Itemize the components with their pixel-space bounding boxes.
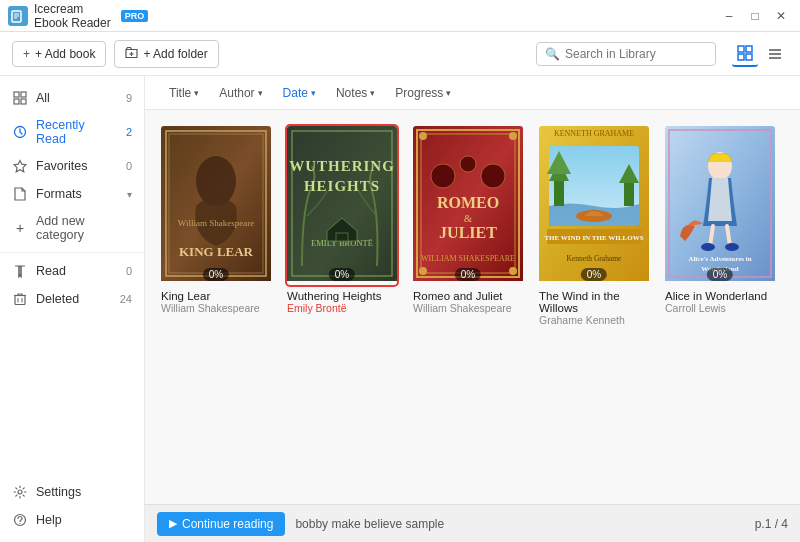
svg-text:KING LEAR: KING LEAR [179, 244, 254, 259]
sidebar-item-read[interactable]: Read 0 [0, 257, 144, 285]
book-progress-wind: 0% [581, 268, 607, 281]
grid-view-button[interactable] [732, 41, 758, 67]
book-progress-romeo: 0% [455, 268, 481, 281]
sidebar-read-label: Read [36, 264, 118, 278]
maximize-button[interactable]: □ [744, 5, 766, 27]
svg-text:KENNETH GRAHAME: KENNETH GRAHAME [554, 129, 634, 138]
page-info: p.1 / 4 [755, 517, 788, 531]
sidebar-item-settings[interactable]: Settings [0, 478, 144, 506]
sidebar-item-deleted[interactable]: Deleted 24 [0, 285, 144, 313]
sort-author-label: Author [219, 86, 254, 100]
continue-reading-button[interactable]: ▶ Continue reading [157, 512, 285, 536]
sidebar-item-all[interactable]: All 9 [0, 84, 144, 112]
book-grid: William Shakespeare KING LEAR 0% King Le… [145, 110, 800, 504]
book-progress-wuthering: 0% [329, 268, 355, 281]
sidebar-settings-label: Settings [36, 485, 132, 499]
add-folder-label: + Add folder [143, 47, 207, 61]
sidebar-divider [0, 252, 144, 253]
sort-notes-arrow: ▾ [370, 88, 375, 98]
svg-text:&: & [464, 212, 473, 224]
sort-progress[interactable]: Progress ▾ [387, 82, 459, 104]
sidebar-recently-read-label: Recently Read [36, 118, 118, 146]
list-view-button[interactable] [762, 41, 788, 67]
sort-title[interactable]: Title ▾ [161, 82, 207, 104]
svg-text:Alice's Adventures in: Alice's Adventures in [688, 255, 751, 263]
sidebar-deleted-count: 24 [120, 293, 132, 305]
sidebar-item-recently-read[interactable]: Recently Read 2 [0, 112, 144, 152]
book-title-alice: Alice in Wonderland [665, 290, 775, 302]
svg-rect-8 [738, 54, 744, 60]
svg-text:WILLIAM SHAKESPEARE: WILLIAM SHAKESPEARE [421, 254, 515, 263]
book-cover-wrap-king-lear: William Shakespeare KING LEAR 0% [161, 126, 271, 285]
add-book-button[interactable]: + + Add book [12, 41, 106, 67]
sort-title-arrow: ▾ [194, 88, 199, 98]
svg-rect-14 [21, 92, 26, 97]
sidebar-all-count: 9 [126, 92, 132, 104]
book-cover-wrap-romeo: ROMEO & JULIET WILLIAM SHAKESPEARE 0% [413, 126, 523, 285]
reading-title: bobby make believe sample [295, 517, 744, 531]
sidebar-item-help[interactable]: Help [0, 506, 144, 534]
book-author-wuthering: Emily Brontë [287, 302, 397, 314]
sort-date[interactable]: Date ▾ [275, 82, 324, 104]
sidebar-item-add-category[interactable]: + Add new category [0, 208, 144, 248]
book-author-alice: Carroll Lewis [665, 302, 775, 314]
book-author-wind: Grahame Kenneth [539, 314, 649, 326]
titlebar: Icecream Ebook Reader PRO – □ ✕ [0, 0, 800, 32]
grid-icon [12, 90, 28, 106]
svg-text:Kenneth Grahame: Kenneth Grahame [567, 254, 622, 263]
minimize-button[interactable]: – [718, 5, 740, 27]
book-card-romeo-juliet[interactable]: ROMEO & JULIET WILLIAM SHAKESPEARE 0% Ro… [413, 126, 523, 326]
svg-point-45 [431, 164, 455, 188]
sort-author[interactable]: Author ▾ [211, 82, 270, 104]
book-card-king-lear[interactable]: William Shakespeare KING LEAR 0% King Le… [161, 126, 271, 326]
svg-point-42 [509, 132, 517, 140]
book-card-wind-willows[interactable]: THE WIND IN THE WILLOWS Kenneth Grahame … [539, 126, 649, 326]
sort-progress-arrow: ▾ [446, 88, 451, 98]
svg-point-41 [419, 132, 427, 140]
add-folder-icon [125, 46, 138, 62]
svg-text:THE WIND IN THE WILLOWS: THE WIND IN THE WILLOWS [544, 234, 643, 242]
window-controls[interactable]: – □ ✕ [718, 5, 792, 27]
sidebar-item-formats[interactable]: Formats ▾ [0, 180, 144, 208]
search-box[interactable]: 🔍 [536, 42, 716, 66]
sidebar-item-favorites[interactable]: Favorites 0 [0, 152, 144, 180]
sidebar-formats-label: Formats [36, 187, 119, 201]
help-icon [12, 512, 28, 528]
trash-icon [12, 291, 28, 307]
book-card-alice[interactable]: Alice's Adventures in Wonderland 0% Alic… [665, 126, 775, 326]
svg-marker-18 [14, 161, 26, 172]
sidebar-deleted-label: Deleted [36, 292, 112, 306]
add-book-label: + Add book [35, 47, 95, 61]
book-icon [12, 263, 28, 279]
book-card-wuthering-heights[interactable]: WUTHERING HEIGHTS EMILY BRONTË 0% Wuther… [287, 126, 397, 326]
sidebar-recently-read-count: 2 [126, 126, 132, 138]
bottom-bar: ▶ Continue reading bobby make believe sa… [145, 504, 800, 542]
svg-text:William Shakespeare: William Shakespeare [178, 218, 254, 228]
book-progress-king-lear: 0% [203, 268, 229, 281]
app-icon [8, 6, 28, 26]
add-folder-button[interactable]: + Add folder [114, 40, 218, 68]
book-cover-wrap-wuthering: WUTHERING HEIGHTS EMILY BRONTË 0% [287, 126, 397, 285]
search-input[interactable] [565, 47, 707, 61]
sort-bar: Title ▾ Author ▾ Date ▾ Notes ▾ Progress… [145, 76, 800, 110]
svg-rect-32 [287, 126, 397, 281]
sidebar-help-label: Help [36, 513, 132, 527]
book-title-wuthering: Wuthering Heights [287, 290, 397, 302]
svg-point-43 [419, 267, 427, 275]
svg-text:HEIGHTS: HEIGHTS [304, 178, 380, 194]
search-icon: 🔍 [545, 47, 560, 61]
book-title-romeo: Romeo and Juliet [413, 290, 523, 302]
book-cover-wrap-alice: Alice's Adventures in Wonderland 0% [665, 126, 775, 285]
svg-text:ROMEO: ROMEO [437, 194, 499, 211]
sort-notes[interactable]: Notes ▾ [328, 82, 383, 104]
sort-title-label: Title [169, 86, 191, 100]
book-author-king-lear: William Shakespeare [161, 302, 271, 314]
book-title-wind: The Wind in the Willows [539, 290, 649, 314]
sort-progress-label: Progress [395, 86, 443, 100]
close-button[interactable]: ✕ [770, 5, 792, 27]
svg-rect-6 [738, 46, 744, 52]
star-icon [12, 158, 28, 174]
svg-rect-7 [746, 46, 752, 52]
sidebar-add-category-label: Add new category [36, 214, 132, 242]
svg-rect-15 [14, 99, 19, 104]
